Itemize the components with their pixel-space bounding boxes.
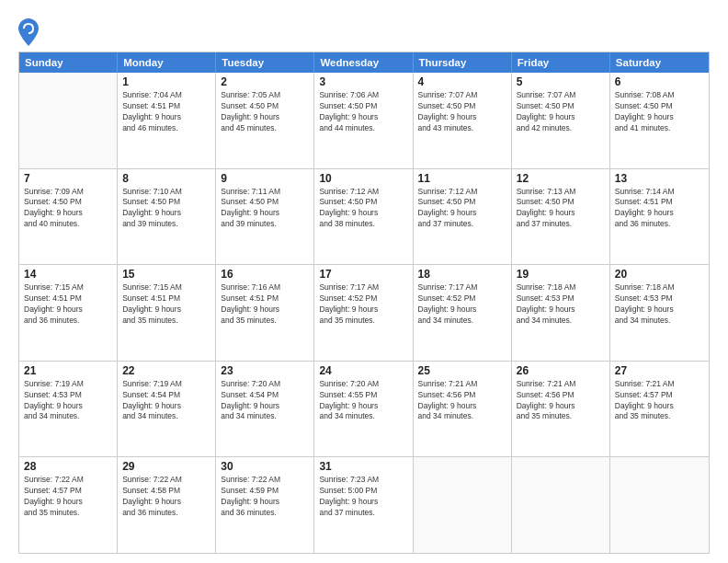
calendar-cell: 25Sunrise: 7:21 AMSunset: 4:56 PMDayligh…: [414, 362, 512, 457]
header-day-friday: Friday: [512, 52, 610, 73]
calendar-cell: 3Sunrise: 7:06 AMSunset: 4:50 PMDaylight…: [314, 73, 413, 168]
day-number: 7: [24, 172, 112, 185]
cell-info: Sunrise: 7:05 AMSunset: 4:50 PMDaylight:…: [221, 90, 309, 134]
cell-info: Sunrise: 7:06 AMSunset: 4:50 PMDaylight:…: [319, 90, 407, 134]
calendar-cell: 4Sunrise: 7:07 AMSunset: 4:50 PMDaylight…: [414, 73, 512, 168]
header-day-saturday: Saturday: [610, 52, 709, 73]
calendar-cell: 1Sunrise: 7:04 AMSunset: 4:51 PMDaylight…: [118, 73, 216, 168]
cell-info: Sunrise: 7:15 AMSunset: 4:51 PMDaylight:…: [24, 282, 112, 327]
cell-info: Sunrise: 7:13 AMSunset: 4:50 PMDaylight:…: [517, 187, 605, 231]
calendar-cell: 26Sunrise: 7:21 AMSunset: 4:56 PMDayligh…: [512, 362, 610, 457]
calendar-cell: 2Sunrise: 7:05 AMSunset: 4:50 PMDaylight…: [216, 73, 314, 168]
day-number: 14: [24, 268, 112, 281]
cell-info: Sunrise: 7:07 AMSunset: 4:50 PMDaylight:…: [517, 90, 605, 134]
day-number: 23: [221, 364, 309, 377]
calendar-cell: 29Sunrise: 7:22 AMSunset: 4:58 PMDayligh…: [118, 457, 216, 553]
cell-info: Sunrise: 7:15 AMSunset: 4:51 PMDaylight:…: [122, 282, 210, 327]
day-number: 16: [221, 268, 309, 281]
header-day-sunday: Sunday: [19, 52, 118, 73]
day-number: 20: [615, 268, 704, 281]
day-number: 11: [418, 172, 506, 185]
calendar-cell: 28Sunrise: 7:22 AMSunset: 4:57 PMDayligh…: [19, 457, 118, 553]
cell-info: Sunrise: 7:09 AMSunset: 4:50 PMDaylight:…: [24, 187, 112, 231]
page: SundayMondayTuesdayWednesdayThursdayFrid…: [0, 0, 728, 563]
calendar-cell: [512, 457, 610, 553]
calendar-cell: 31Sunrise: 7:23 AMSunset: 5:00 PMDayligh…: [314, 457, 413, 553]
day-number: 28: [24, 460, 112, 473]
header-day-thursday: Thursday: [414, 52, 512, 73]
calendar-row-2: 14Sunrise: 7:15 AMSunset: 4:51 PMDayligh…: [19, 264, 709, 361]
header-day-tuesday: Tuesday: [216, 52, 314, 73]
cell-info: Sunrise: 7:17 AMSunset: 4:52 PMDaylight:…: [319, 282, 407, 327]
calendar-cell: 13Sunrise: 7:14 AMSunset: 4:51 PMDayligh…: [610, 169, 709, 265]
day-number: 15: [122, 268, 210, 281]
day-number: 13: [615, 172, 704, 185]
calendar-row-1: 7Sunrise: 7:09 AMSunset: 4:50 PMDaylight…: [19, 168, 709, 265]
calendar-cell: 9Sunrise: 7:11 AMSunset: 4:50 PMDaylight…: [216, 169, 314, 265]
calendar-cell: 18Sunrise: 7:17 AMSunset: 4:52 PMDayligh…: [414, 265, 512, 361]
cell-info: Sunrise: 7:21 AMSunset: 4:57 PMDaylight:…: [615, 379, 704, 423]
calendar-cell: 22Sunrise: 7:19 AMSunset: 4:54 PMDayligh…: [118, 362, 216, 457]
calendar-body: 1Sunrise: 7:04 AMSunset: 4:51 PMDaylight…: [19, 73, 709, 553]
cell-info: Sunrise: 7:08 AMSunset: 4:50 PMDaylight:…: [615, 90, 704, 134]
cell-info: Sunrise: 7:16 AMSunset: 4:51 PMDaylight:…: [221, 282, 309, 327]
calendar-cell: 8Sunrise: 7:10 AMSunset: 4:50 PMDaylight…: [118, 169, 216, 265]
day-number: 22: [122, 364, 210, 377]
header-day-wednesday: Wednesday: [314, 52, 413, 73]
calendar-cell: [414, 457, 512, 553]
day-number: 26: [517, 364, 605, 377]
cell-info: Sunrise: 7:23 AMSunset: 5:00 PMDaylight:…: [319, 475, 407, 519]
calendar-cell: [19, 73, 118, 168]
day-number: 25: [418, 364, 506, 377]
calendar-cell: 11Sunrise: 7:12 AMSunset: 4:50 PMDayligh…: [414, 169, 512, 265]
calendar-row-4: 28Sunrise: 7:22 AMSunset: 4:57 PMDayligh…: [19, 456, 709, 553]
cell-info: Sunrise: 7:12 AMSunset: 4:50 PMDaylight:…: [319, 187, 407, 231]
calendar-cell: 6Sunrise: 7:08 AMSunset: 4:50 PMDaylight…: [610, 73, 709, 168]
cell-info: Sunrise: 7:19 AMSunset: 4:54 PMDaylight:…: [122, 379, 210, 423]
day-number: 5: [517, 75, 605, 88]
calendar: SundayMondayTuesdayWednesdayThursdayFrid…: [18, 52, 710, 554]
day-number: 10: [319, 172, 407, 185]
calendar-row-3: 21Sunrise: 7:19 AMSunset: 4:53 PMDayligh…: [19, 361, 709, 457]
cell-info: Sunrise: 7:22 AMSunset: 4:57 PMDaylight:…: [24, 475, 112, 519]
calendar-row-0: 1Sunrise: 7:04 AMSunset: 4:51 PMDaylight…: [19, 73, 709, 168]
day-number: 19: [517, 268, 605, 281]
day-number: 31: [319, 460, 407, 473]
cell-info: Sunrise: 7:11 AMSunset: 4:50 PMDaylight:…: [221, 187, 309, 231]
calendar-cell: 17Sunrise: 7:17 AMSunset: 4:52 PMDayligh…: [314, 265, 413, 361]
calendar-cell: 15Sunrise: 7:15 AMSunset: 4:51 PMDayligh…: [118, 265, 216, 361]
day-number: 12: [517, 172, 605, 185]
calendar-cell: 12Sunrise: 7:13 AMSunset: 4:50 PMDayligh…: [512, 169, 610, 265]
day-number: 18: [418, 268, 506, 281]
calendar-cell: 24Sunrise: 7:20 AMSunset: 4:55 PMDayligh…: [314, 362, 413, 457]
day-number: 2: [221, 75, 309, 88]
calendar-cell: 7Sunrise: 7:09 AMSunset: 4:50 PMDaylight…: [19, 169, 118, 265]
cell-info: Sunrise: 7:17 AMSunset: 4:52 PMDaylight:…: [418, 282, 506, 327]
cell-info: Sunrise: 7:19 AMSunset: 4:53 PMDaylight:…: [24, 379, 112, 423]
cell-info: Sunrise: 7:07 AMSunset: 4:50 PMDaylight:…: [418, 90, 506, 134]
calendar-cell: [610, 457, 709, 553]
day-number: 1: [122, 75, 210, 88]
cell-info: Sunrise: 7:10 AMSunset: 4:50 PMDaylight:…: [122, 187, 210, 231]
day-number: 4: [418, 75, 506, 88]
day-number: 30: [221, 460, 309, 473]
logo: [18, 18, 40, 44]
cell-info: Sunrise: 7:12 AMSunset: 4:50 PMDaylight:…: [418, 187, 506, 231]
cell-info: Sunrise: 7:21 AMSunset: 4:56 PMDaylight:…: [418, 379, 506, 423]
calendar-cell: 5Sunrise: 7:07 AMSunset: 4:50 PMDaylight…: [512, 73, 610, 168]
header: [18, 15, 710, 44]
day-number: 6: [615, 75, 704, 88]
cell-info: Sunrise: 7:22 AMSunset: 4:58 PMDaylight:…: [122, 475, 210, 519]
cell-info: Sunrise: 7:22 AMSunset: 4:59 PMDaylight:…: [221, 475, 309, 519]
calendar-cell: 30Sunrise: 7:22 AMSunset: 4:59 PMDayligh…: [216, 457, 314, 553]
day-number: 3: [319, 75, 407, 88]
day-number: 21: [24, 364, 112, 377]
cell-info: Sunrise: 7:18 AMSunset: 4:53 PMDaylight:…: [517, 282, 605, 327]
logo-icon: [18, 18, 37, 44]
calendar-cell: 23Sunrise: 7:20 AMSunset: 4:54 PMDayligh…: [216, 362, 314, 457]
calendar-cell: 20Sunrise: 7:18 AMSunset: 4:53 PMDayligh…: [610, 265, 709, 361]
calendar-cell: 10Sunrise: 7:12 AMSunset: 4:50 PMDayligh…: [314, 169, 413, 265]
cell-info: Sunrise: 7:20 AMSunset: 4:55 PMDaylight:…: [319, 379, 407, 423]
calendar-cell: 14Sunrise: 7:15 AMSunset: 4:51 PMDayligh…: [19, 265, 118, 361]
calendar-header: SundayMondayTuesdayWednesdayThursdayFrid…: [19, 52, 709, 73]
